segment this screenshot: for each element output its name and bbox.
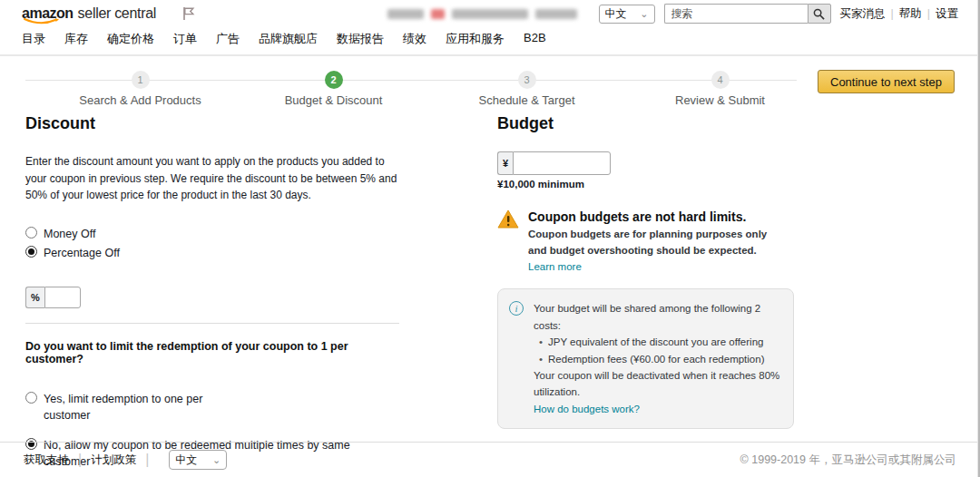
- budget-info-box: i Your budget will be shared among the f…: [497, 288, 794, 429]
- marketplace-flag-icon[interactable]: [181, 6, 195, 21]
- budget-input-group: ¥: [497, 151, 794, 175]
- radio-label: Yes, limit redemption to one per custome…: [44, 391, 239, 423]
- redemption-question: Do you want to limit the redemption of y…: [25, 340, 407, 365]
- step-1-label: Search & Add Products: [79, 93, 201, 107]
- percent-prefix: %: [25, 287, 44, 308]
- divider: |: [927, 7, 930, 20]
- step-2-label: Budget & Discount: [285, 93, 383, 107]
- main-nav: 目录 库存 确定价格 订单 广告 品牌旗舰店 数据报告 绩效 应用和服务 B2B: [0, 27, 980, 54]
- step-schedule-target: 3 Schedule & Target: [430, 71, 623, 107]
- buyer-messages-link[interactable]: 买家消息: [840, 6, 886, 22]
- continue-next-step-button[interactable]: Continue to next step: [818, 70, 955, 93]
- info-bullet: JPY equivalent of the discount you are o…: [539, 334, 782, 350]
- nav-item-pricing[interactable]: 确定价格: [107, 31, 154, 47]
- step-review-submit: 4 Review & Submit: [623, 71, 817, 107]
- nav-item-inventory[interactable]: 库存: [64, 31, 88, 47]
- section-divider: [25, 323, 399, 324]
- footer: 获取支持 | 计划政策 | 中文 ⌄ © 1999-2019 年，亚马逊公司或其…: [0, 442, 980, 477]
- radio-icon[interactable]: [25, 246, 37, 258]
- divider: |: [891, 7, 894, 20]
- nav-item-orders[interactable]: 订单: [173, 31, 197, 47]
- currency-prefix: ¥: [497, 151, 513, 175]
- discount-section: Discount Enter the discount amount you w…: [25, 107, 407, 471]
- header-search: [664, 4, 831, 24]
- radio-label: Money Off: [44, 226, 95, 242]
- discount-description: Enter the discount amount you want to ap…: [25, 153, 407, 204]
- search-icon: [813, 8, 825, 20]
- help-link[interactable]: 帮助: [899, 6, 922, 22]
- budget-title: Budget: [497, 114, 794, 133]
- top-header: amazon seller central 中文 ⌄: [0, 0, 980, 27]
- warning-body: Coupon budgets are for planning purposes…: [528, 227, 771, 275]
- nav-item-performance[interactable]: 绩效: [403, 31, 426, 47]
- seller-central-logo[interactable]: amazon seller central: [22, 5, 156, 22]
- radio-icon[interactable]: [25, 227, 37, 238]
- search-input[interactable]: [664, 4, 808, 24]
- budget-warning: Coupon budgets are not hard limits. Coup…: [497, 209, 794, 275]
- budget-minimum-note: ¥10,000 minimum: [497, 179, 794, 190]
- how-do-budgets-work-link[interactable]: How do budgets work?: [534, 404, 640, 414]
- learn-more-link[interactable]: Learn more: [528, 261, 582, 272]
- nav-item-b2b[interactable]: B2B: [524, 31, 546, 47]
- step-search-add-products: 1 Search & Add Products: [44, 71, 237, 107]
- settings-link[interactable]: 设置: [936, 6, 958, 22]
- radio-label: Percentage Off: [44, 245, 120, 261]
- warning-triangle-icon: [497, 209, 519, 229]
- info-icon: i: [509, 301, 524, 316]
- info-bullet: Redemption fees (¥60.00 for each redempt…: [539, 351, 782, 367]
- nav-item-advertising[interactable]: 广告: [216, 31, 240, 47]
- nav-item-apps-services[interactable]: 应用和服务: [446, 31, 505, 47]
- radio-percentage-off[interactable]: Percentage Off: [25, 245, 407, 261]
- amazon-wordmark: amazon: [22, 5, 74, 22]
- amazon-smile-icon: [24, 18, 60, 25]
- nav-item-reports[interactable]: 数据报告: [337, 31, 384, 47]
- percent-input-group: %: [25, 287, 407, 308]
- seller-central-label: seller central: [78, 5, 157, 22]
- step-3-dot[interactable]: 3: [518, 71, 536, 89]
- radio-icon[interactable]: [25, 392, 37, 404]
- redacted-account-info: [387, 9, 577, 19]
- nav-item-catalog[interactable]: 目录: [22, 31, 45, 47]
- discount-title: Discount: [25, 114, 407, 133]
- search-button[interactable]: [808, 4, 831, 24]
- step-3-label: Schedule & Target: [479, 93, 575, 107]
- copyright-text: © 1999-2019 年，亚马逊公司或其附属公司: [740, 453, 956, 468]
- info-note: Your coupon will be deactivated when it …: [534, 367, 782, 401]
- progress-steps: 1 Search & Add Products 2 Budget & Disco…: [44, 71, 817, 107]
- header-language-select[interactable]: 中文 ⌄: [599, 5, 655, 24]
- nav-item-stores[interactable]: 品牌旗舰店: [259, 31, 318, 47]
- program-policies-link[interactable]: 计划政策: [91, 453, 136, 468]
- info-intro: Your budget will be shared among the fol…: [534, 300, 782, 334]
- budget-amount-input[interactable]: [513, 151, 611, 175]
- step-2-dot[interactable]: 2: [325, 71, 343, 89]
- get-support-link[interactable]: 获取支持: [24, 453, 69, 468]
- discount-type-radiogroup: Money Off Percentage Off: [25, 226, 407, 261]
- info-bullet-list: JPY equivalent of the discount you are o…: [539, 334, 782, 367]
- divider: |: [78, 452, 82, 468]
- warning-title: Coupon budgets are not hard limits.: [528, 209, 771, 224]
- step-4-label: Review & Submit: [675, 93, 765, 107]
- footer-language-select[interactable]: 中文 ⌄: [169, 450, 227, 470]
- divider: |: [145, 452, 149, 468]
- percent-off-input[interactable]: [44, 287, 81, 308]
- radio-money-off[interactable]: Money Off: [25, 226, 407, 242]
- step-1-dot[interactable]: 1: [132, 71, 150, 89]
- nav-divider: [0, 54, 980, 56]
- step-4-dot[interactable]: 4: [711, 71, 730, 89]
- radio-limit-yes[interactable]: Yes, limit redemption to one per custome…: [25, 391, 407, 423]
- step-budget-discount: 2 Budget & Discount: [237, 71, 430, 107]
- budget-section: Budget ¥ ¥10,000 minimum Coupon budgets …: [497, 107, 794, 429]
